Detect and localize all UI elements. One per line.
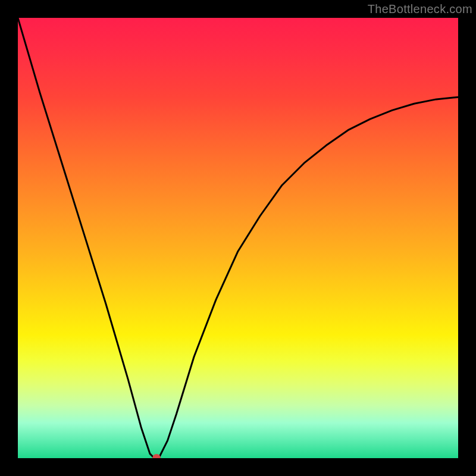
chart-frame: TheBottleneck.com xyxy=(0,0,476,476)
chart-curve xyxy=(18,18,458,458)
watermark-label: TheBottleneck.com xyxy=(368,2,472,16)
chart-svg xyxy=(18,18,458,458)
chart-marker-dot xyxy=(152,454,161,458)
chart-gradient-area xyxy=(18,18,458,458)
